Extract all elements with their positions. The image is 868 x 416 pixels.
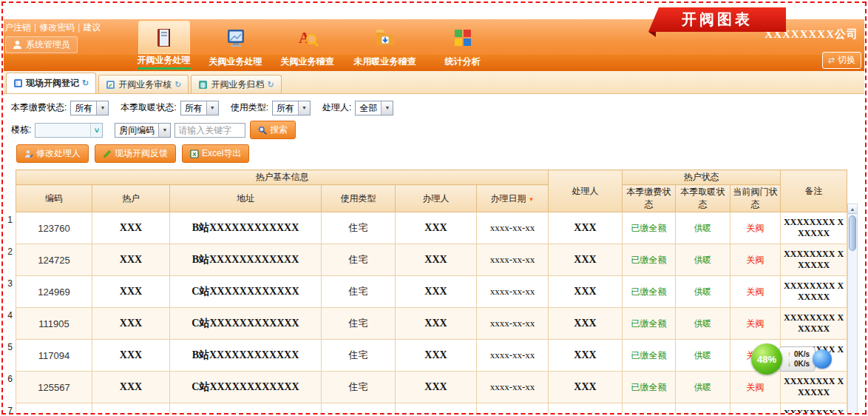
excel-export-button[interactable]: X Excel导出 <box>182 144 249 163</box>
room-code-select[interactable]: 房间编码 ▼ <box>115 123 171 138</box>
sub-tabbar: 现场开阀登记 ↻ 开阀业务审核 ↻ 开阀业务归档 ↻ <box>4 71 864 94</box>
row-number: 7 <box>4 395 16 413</box>
logout-link[interactable]: 用户注销 <box>0 22 31 33</box>
cell-use-type: 住宅 <box>322 403 396 414</box>
heat-status-select[interactable]: 所有 ▼ <box>180 101 219 115</box>
onsite-feedback-label: 现场开阀反馈 <box>115 147 168 160</box>
cell-pay-status: 已缴全额 <box>623 403 676 414</box>
cell-code: 124725 <box>16 244 92 276</box>
search-label: 搜索 <box>270 124 288 136</box>
cell-agent: XXX <box>396 276 477 308</box>
link-separator: | <box>34 22 36 33</box>
switch-button[interactable]: ⇄ 切换 <box>822 52 861 69</box>
handler-value: 全部 <box>356 101 381 115</box>
download-arrow-icon: ↓ <box>787 359 791 369</box>
person-edit-icon <box>24 150 33 158</box>
col-header-customer[interactable]: 热户 <box>92 185 170 212</box>
modify-handler-button[interactable]: 修改处理人 <box>16 144 89 163</box>
heat-status-label: 本季取暖状态: <box>121 101 176 114</box>
cell-remark: XXXXXXXX XXXXXX <box>781 212 847 244</box>
cell-code: 124969 <box>16 276 92 308</box>
cell-address: B站XXXXXXXXXXXX <box>170 244 322 276</box>
table-row[interactable]: 124725 XXX B站XXXXXXXXXXXX 住宅 XXX xxxx-xx… <box>16 244 847 276</box>
progress-ball[interactable]: 48% <box>751 343 782 375</box>
ledger-icon <box>13 78 23 88</box>
tab-open-valve-review[interactable]: 开阀业务审核 ↻ <box>98 75 189 93</box>
nav-item-statistics[interactable]: 统计分析 <box>427 21 498 71</box>
tab-open-valve-archive[interactable]: 开阀业务归档 ↻ <box>191 75 281 93</box>
use-type-value: 所有 <box>273 101 298 115</box>
table-row[interactable]: 123760 XXX B站XXXXXXXXXXXX 住宅 XXX xxxx-xx… <box>16 212 847 244</box>
table-row[interactable]: 125567 XXX C站XXXXXXXXXXXX 住宅 XXX xxxx-xx… <box>16 372 847 403</box>
cell-agent: XXX <box>396 308 477 340</box>
table-row[interactable]: 124969 XXX C站XXXXXXXXXXXX 住宅 XXX xxxx-xx… <box>16 276 847 308</box>
scrollbar-thumb[interactable] <box>849 215 856 251</box>
pay-status-value: 所有 <box>71 101 96 115</box>
handler-select[interactable]: 全部 ▼ <box>355 101 393 115</box>
dropdown-arrow-icon: ▼ <box>298 101 310 115</box>
annotation-ribbon: 开阀图表 <box>648 7 786 32</box>
cell-heat-status: 供暖 <box>676 403 730 414</box>
tab-label: 现场开阀登记 <box>26 77 79 90</box>
cell-use-type: 住宅 <box>322 340 396 372</box>
cell-agent: XXX <box>396 244 477 276</box>
cell-agent: XXX <box>396 212 477 244</box>
onsite-feedback-button[interactable]: 现场开阀反馈 <box>95 144 176 163</box>
cell-remark: XXXXXXXX XXXXXX <box>781 403 847 414</box>
search-button[interactable]: 搜索 <box>250 121 296 139</box>
assistant-ball-icon[interactable] <box>813 349 832 369</box>
cell-use-type: 住宅 <box>322 372 396 403</box>
cell-use-type: 住宅 <box>322 244 396 276</box>
cell-pay-status: 已缴全额 <box>623 276 676 308</box>
refresh-icon[interactable]: ↻ <box>267 80 274 90</box>
suggestion-link[interactable]: 建议 <box>83 22 101 33</box>
current-user: 系统管理员 <box>5 36 78 53</box>
net-speed-widget[interactable]: 48% ↑ 0K/s ↓ 0K/s <box>751 343 832 375</box>
pay-status-select[interactable]: 所有 ▼ <box>70 101 109 115</box>
vertical-scrollbar[interactable]: ▲ <box>847 204 858 413</box>
row-number: 1 <box>4 204 16 235</box>
table-row[interactable]: XXX B站XXXXXXXXXXXX 住宅 XXX xxxx-xx-xx XXX… <box>16 403 847 414</box>
use-type-select[interactable]: 所有 ▼ <box>272 101 311 115</box>
refresh-icon[interactable]: ↻ <box>174 80 181 90</box>
col-header-address[interactable]: 地址 <box>170 185 322 212</box>
col-header-handler[interactable]: 处理人 <box>549 170 623 212</box>
nav-item-close-valve-audit[interactable]: A 关阀业务稽查 <box>271 21 343 71</box>
tab-label: 开阀业务审核 <box>118 78 172 91</box>
heat-status-value: 所有 <box>181 101 206 115</box>
cell-valve-status: 关阀 <box>730 212 781 244</box>
table-row[interactable]: 111905 XXX C站XXXXXXXXXXXX 住宅 XXX xxxx-xx… <box>16 308 847 340</box>
col-header-heat-status[interactable]: 本季取暖状态 <box>676 185 730 212</box>
nav-item-unused-heat-audit[interactable]: 未用暖业务稽查 <box>343 21 427 71</box>
cell-date: xxxx-xx-xx <box>477 212 549 244</box>
handler-label: 处理人: <box>322 101 351 114</box>
building-select[interactable]: ˅ <box>35 123 103 138</box>
chevron-down-icon: ˅ <box>90 124 102 137</box>
col-header-remark: 备注 <box>781 170 847 212</box>
row-number: 5 <box>4 331 16 363</box>
pay-status-label: 本季缴费状态: <box>11 101 67 114</box>
pencil-icon <box>103 150 112 158</box>
scroll-up-icon[interactable]: ▲ <box>848 204 857 214</box>
nav-item-close-valve[interactable]: 关阀业务处理 <box>200 21 271 71</box>
change-password-link[interactable]: 修改密码 <box>39 22 75 33</box>
top-links: 用户注销|修改密码|建议 <box>0 21 101 34</box>
search-icon <box>258 126 267 135</box>
cell-pay-status: 已缴全额 <box>623 244 676 276</box>
col-header-agent[interactable]: 办理人 <box>396 185 477 212</box>
col-header-valve-status[interactable]: 当前阀门状态 <box>730 185 781 212</box>
sort-desc-icon[interactable]: ▼ <box>529 196 535 203</box>
table-row[interactable]: 117094 XXX B站XXXXXXXXXXXX 住宅 XXX xxxx-xx… <box>16 340 847 372</box>
cell-code: 117094 <box>16 340 92 372</box>
tab-onsite-open-register[interactable]: 现场开阀登记 ↻ <box>6 73 96 93</box>
cell-customer: XXX <box>92 403 170 414</box>
refresh-icon[interactable]: ↻ <box>82 78 89 88</box>
cell-customer: XXX <box>92 276 170 308</box>
keyword-input[interactable] <box>174 123 245 138</box>
col-header-use-type[interactable]: 使用类型 <box>322 185 396 212</box>
col-header-code[interactable]: 编码 <box>16 185 92 212</box>
cell-pay-status: 已缴全额 <box>623 372 676 403</box>
col-header-date[interactable]: 办理日期▼ <box>477 185 549 212</box>
col-header-pay-status[interactable]: 本季缴费状态 <box>623 185 676 212</box>
nav-item-open-valve[interactable]: 开阀业务处理 <box>128 21 200 71</box>
